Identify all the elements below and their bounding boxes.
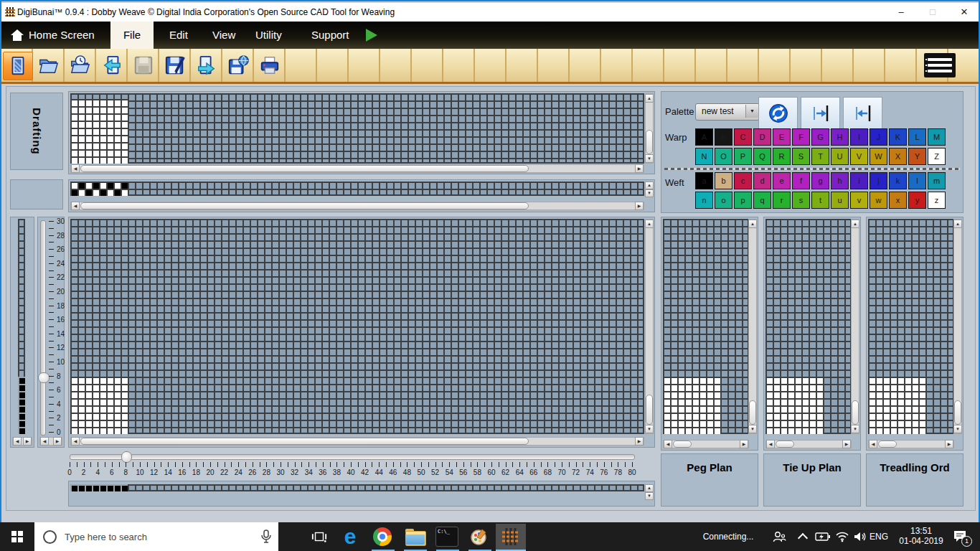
file-explorer-button[interactable] [400,524,429,550]
scroll-right-arrow[interactable]: ▶ [635,164,644,173]
swatch-r[interactable]: r [773,192,791,209]
swatch-A[interactable]: A [695,128,713,146]
new-document-button[interactable] [3,52,33,80]
scroll-thumb[interactable] [954,400,961,425]
menu-edit[interactable]: Edit [161,22,197,49]
scroll-thumb[interactable] [749,400,756,425]
main-weave-grid[interactable] [70,219,644,434]
scroll-down-arrow[interactable]: ▼ [851,425,859,433]
scroll-left-arrow[interactable]: ◀ [13,437,22,446]
digibunai-taskbar-button[interactable] [496,524,526,550]
swatch-j[interactable]: j [870,172,887,189]
scroll-left-arrow[interactable]: ◀ [71,437,80,446]
swatch-G[interactable]: G [811,128,829,146]
swatch-L[interactable]: L [908,128,926,146]
command-prompt-button[interactable]: C:\_ [433,524,461,550]
swatch-Q[interactable]: Q [753,148,771,165]
scroll-right-arrow[interactable]: ▶ [945,440,953,448]
horizontal-slider-track[interactable] [70,454,635,460]
start-button[interactable] [0,522,34,551]
treadling-horizontal-scrollbar[interactable]: ◀ ▶ [868,440,954,448]
scroll-thumb[interactable] [852,400,859,425]
swatch-g[interactable]: g [811,172,829,189]
main-vertical-scrollbar[interactable]: ▲ ▼ [645,219,654,434]
scroll-up-arrow[interactable]: ▲ [748,220,757,228]
scroll-up-arrow[interactable]: ▲ [645,94,654,103]
drafting-white-block[interactable] [70,99,128,164]
swatch-E[interactable]: E [773,128,791,146]
tie-up-vertical-scrollbar[interactable]: ▲ ▼ [851,219,859,434]
swatch-d[interactable]: d [753,172,771,189]
swatch-y[interactable]: y [908,192,926,209]
swatch-F[interactable]: F [792,128,810,146]
swatch-v[interactable]: v [850,192,868,209]
swatch-t[interactable]: t [811,192,829,209]
print-button[interactable] [255,52,284,79]
vertical-ruler-scrollbar[interactable]: ◀ ▶ [39,437,62,446]
scroll-up-arrow[interactable]: ▲ [645,182,654,189]
swatch-X[interactable]: X [889,148,907,165]
notification-center-button[interactable]: 1 [948,524,973,550]
threading-checker-block[interactable] [70,182,128,196]
save-button[interactable] [129,52,158,79]
peg-plan-white-block[interactable] [663,377,720,434]
swatch-R[interactable]: R [773,148,791,165]
swatch-W[interactable]: W [870,148,887,165]
language-indicator[interactable]: ENG [870,532,888,542]
maximize-button[interactable]: □ [917,3,948,22]
scroll-left-arrow[interactable]: ◀ [766,440,775,448]
drafting-grid[interactable] [70,93,644,164]
swatch-e[interactable]: e [773,172,791,189]
swatch-K[interactable]: K [889,128,907,146]
minimize-button[interactable]: – [885,3,917,22]
menu-support[interactable]: Support [303,22,358,49]
swatch-V[interactable]: V [850,148,868,165]
volume-button[interactable] [851,524,870,550]
scroll-left-arrow[interactable]: ◀ [71,164,80,173]
scroll-down-arrow[interactable]: ▼ [645,154,654,163]
scroll-down-arrow[interactable]: ▼ [953,425,962,433]
peg-plan-grid[interactable] [663,219,749,434]
scroll-right-arrow[interactable]: ▶ [635,202,644,210]
swatch-J[interactable]: J [870,128,887,146]
weft-row-grid[interactable] [70,484,644,491]
swatch-C[interactable]: C [734,128,752,146]
tie-up-white-block[interactable] [765,377,823,434]
battery-button[interactable] [813,524,833,550]
swatch-n[interactable]: n [695,192,713,209]
menu-file[interactable]: File [110,22,154,49]
save-to-server-button[interactable] [224,52,253,79]
scroll-thumb[interactable] [646,395,653,425]
chevron-down-icon[interactable]: ▼ [745,105,758,118]
swatch-N[interactable]: N [695,148,713,165]
search-input[interactable] [63,531,238,543]
tie-up-grid[interactable] [765,219,852,434]
swatch-l[interactable]: l [908,172,926,189]
scroll-up-arrow[interactable]: ▲ [953,220,962,228]
swatch-c[interactable]: c [734,172,752,189]
scroll-left-arrow[interactable]: ◀ [40,437,49,446]
threading-horizontal-scrollbar[interactable]: ◀ ▶ [70,202,644,210]
swatch-m[interactable]: m [928,172,946,189]
task-view-button[interactable] [305,524,334,550]
threading-grid[interactable] [70,182,644,196]
scroll-right-arrow[interactable]: ▶ [53,437,62,446]
swatch-k[interactable]: k [889,172,907,189]
paint-button[interactable] [465,524,494,550]
scroll-down-arrow[interactable]: ▼ [748,425,757,433]
swatch-h[interactable]: h [831,172,849,189]
treadling-vertical-scrollbar[interactable]: ▲ ▼ [953,219,962,434]
swatch-w[interactable]: w [870,192,887,209]
peg-plan-horizontal-scrollbar[interactable]: ◀ ▶ [663,440,749,448]
swatch-s[interactable]: s [792,192,810,209]
microphone-icon[interactable] [260,529,272,544]
save-as-button[interactable] [161,52,189,79]
swatch-a[interactable]: a [695,172,713,189]
shift-right-button[interactable] [801,97,840,130]
swatch-z[interactable]: z [928,192,946,209]
weft-row-scrollbar[interactable]: ▲ ▼ [645,484,654,500]
weft-column-scrollbar[interactable]: ◀ ▶ [12,437,32,446]
swatch-q[interactable]: q [753,192,771,209]
swatch-I[interactable]: I [850,128,868,146]
chrome-button[interactable] [368,524,397,550]
